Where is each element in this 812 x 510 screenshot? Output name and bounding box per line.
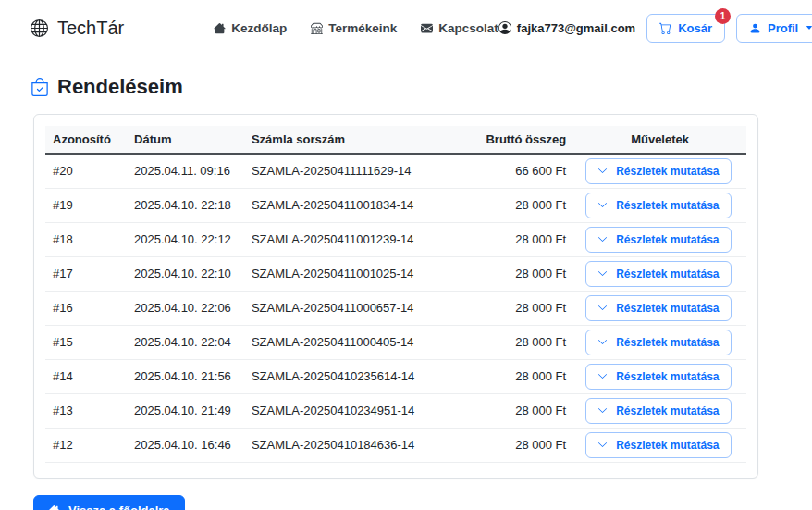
house-icon (48, 504, 60, 510)
nav-item-kapcsolat[interactable]: Kapcsolat (421, 21, 498, 35)
show-details-button[interactable]: Részletek mutatása (585, 364, 731, 390)
navbar-right-group: fajka773@gmail.com Kosár 1 Profil (498, 14, 812, 43)
show-details-label: Részletek mutatása (616, 336, 719, 349)
order-date-cell: 2025.04.10. 21:56 (127, 359, 244, 393)
user-email: fajka773@gmail.com (498, 21, 635, 35)
nav-item-termekeink[interactable]: Termékeink (311, 21, 397, 35)
actions-cell: Részletek mutatása (573, 428, 746, 462)
invoice-number-cell: SZAMLA-20250411001239-14 (244, 222, 479, 256)
orders-card: Azonosító Dátum Számla sorszám Bruttó ös… (33, 114, 758, 479)
show-details-button[interactable]: Részletek mutatása (585, 330, 731, 355)
person-icon (749, 22, 761, 34)
show-details-button[interactable]: Részletek mutatása (585, 158, 731, 184)
order-date-cell: 2025.04.10. 22:04 (127, 325, 244, 359)
table-row: #16 2025.04.10. 22:06 SZAMLA-20250411000… (45, 291, 746, 325)
header-muveletek: Műveletek (573, 126, 746, 154)
show-details-label: Részletek mutatása (616, 267, 719, 280)
header-datum: Dátum (127, 126, 244, 154)
table-row: #17 2025.04.10. 22:10 SZAMLA-20250411001… (45, 256, 746, 291)
actions-cell: Részletek mutatása (573, 188, 746, 222)
chevron-down-icon (597, 371, 608, 381)
user-email-text: fajka773@gmail.com (517, 21, 635, 35)
order-date-cell: 2025.04.10. 22:10 (127, 256, 244, 291)
gross-total-cell: 28 000 Ft (478, 393, 573, 428)
brand-name: TechTár (57, 18, 124, 39)
back-to-home-button[interactable]: Vissza a főoldalra (33, 495, 185, 510)
order-id-cell: #15 (45, 325, 127, 359)
header-brutto-osszeg: Bruttó összeg (478, 126, 573, 154)
nav-item-label: Kezdőlap (231, 21, 287, 35)
chevron-down-icon (597, 268, 608, 279)
nav-item-label: Kapcsolat (438, 21, 498, 35)
order-id-cell: #16 (45, 291, 127, 325)
table-row: #12 2025.04.10. 16:46 SZAMLA-20250410184… (45, 428, 746, 462)
gross-total-cell: 28 000 Ft (478, 222, 573, 256)
header-szamla-sorszam: Számla sorszám (244, 126, 479, 154)
invoice-number-cell: SZAMLA-20250411001834-14 (244, 188, 479, 222)
header-row: Azonosító Dátum Számla sorszám Bruttó ös… (45, 126, 746, 154)
cart-button[interactable]: Kosár 1 (646, 14, 725, 43)
page-title: Rendeléseim (31, 75, 758, 99)
orders-table-body: #20 2025.04.11. 09:16 SZAMLA-20250411111… (45, 154, 746, 462)
chevron-down-icon (597, 303, 608, 313)
order-date-cell: 2025.04.10. 22:06 (127, 291, 244, 325)
show-details-label: Részletek mutatása (616, 370, 719, 383)
table-row: #13 2025.04.10. 21:49 SZAMLA-20250410234… (45, 393, 746, 428)
show-details-button[interactable]: Részletek mutatása (585, 193, 731, 218)
profile-button-label: Profil (768, 21, 798, 35)
invoice-number-cell: SZAMLA-20250411000405-14 (244, 325, 479, 359)
back-to-home-label: Vissza a főoldalra (68, 504, 170, 510)
globe-icon (31, 19, 48, 37)
gross-total-cell: 28 000 Ft (478, 291, 573, 325)
show-details-button[interactable]: Részletek mutatása (585, 295, 731, 321)
actions-cell: Részletek mutatása (573, 393, 746, 428)
page-title-text: Rendeléseim (57, 75, 183, 99)
chevron-down-icon (597, 405, 608, 416)
house-icon (214, 22, 226, 34)
header-azonosito: Azonosító (45, 126, 127, 154)
profile-button[interactable]: Profil (736, 14, 812, 43)
order-id-cell: #17 (45, 256, 127, 291)
gross-total-cell: 28 000 Ft (478, 188, 573, 222)
show-details-button[interactable]: Részletek mutatása (585, 398, 731, 424)
main-nav: Kezdőlap Termékeink Kapcsolat (214, 21, 498, 35)
order-date-cell: 2025.04.11. 09:16 (127, 154, 244, 188)
person-circle-icon (498, 21, 511, 34)
envelope-icon (421, 22, 433, 34)
order-date-cell: 2025.04.10. 16:46 (127, 428, 244, 462)
show-details-button[interactable]: Részletek mutatása (585, 261, 731, 287)
order-id-cell: #12 (45, 428, 127, 462)
gross-total-cell: 28 000 Ft (478, 256, 573, 291)
order-date-cell: 2025.04.10. 22:18 (127, 188, 244, 222)
order-id-cell: #20 (45, 154, 127, 188)
show-details-button[interactable]: Részletek mutatása (585, 432, 731, 458)
show-details-label: Részletek mutatása (616, 165, 719, 178)
order-date-cell: 2025.04.10. 22:12 (127, 222, 244, 256)
orders-table-head: Azonosító Dátum Számla sorszám Bruttó ös… (45, 126, 746, 154)
chevron-down-icon (597, 200, 608, 210)
table-row: #15 2025.04.10. 22:04 SZAMLA-20250411000… (45, 325, 746, 359)
nav-item-kezdolap[interactable]: Kezdőlap (214, 21, 287, 35)
order-date-cell: 2025.04.10. 21:49 (127, 393, 244, 428)
actions-cell: Részletek mutatása (573, 325, 746, 359)
chevron-down-icon (597, 234, 608, 244)
show-details-button[interactable]: Részletek mutatása (585, 227, 731, 253)
caret-down-icon (806, 24, 812, 31)
shop-icon (311, 22, 323, 34)
order-id-cell: #19 (45, 188, 127, 222)
order-id-cell: #18 (45, 222, 127, 256)
orders-table: Azonosító Dátum Számla sorszám Bruttó ös… (45, 126, 746, 463)
chevron-down-icon (597, 337, 608, 347)
actions-cell: Részletek mutatása (573, 222, 746, 256)
table-row: #14 2025.04.10. 21:56 SZAMLA-20250410235… (45, 359, 746, 393)
invoice-number-cell: SZAMLA-20250410184636-14 (244, 428, 479, 462)
actions-cell: Részletek mutatása (573, 256, 746, 291)
chevron-down-icon (597, 166, 608, 176)
brand-logo[interactable]: TechTár (31, 18, 124, 39)
invoice-number-cell: SZAMLA-20250410234951-14 (244, 393, 479, 428)
actions-cell: Részletek mutatása (573, 291, 746, 325)
chevron-down-icon (597, 440, 608, 450)
gross-total-cell: 28 000 Ft (478, 359, 573, 393)
show-details-label: Részletek mutatása (616, 233, 719, 246)
bag-check-icon (31, 78, 49, 96)
